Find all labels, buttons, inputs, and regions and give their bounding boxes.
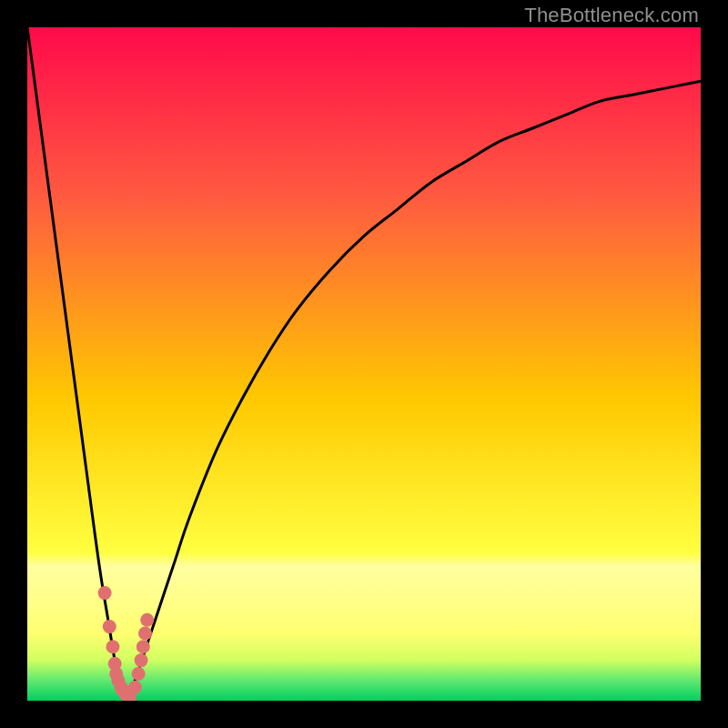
marker-dot xyxy=(138,627,152,641)
marker-dot xyxy=(135,653,148,667)
marker-dot xyxy=(140,613,154,627)
watermark-text: TheBottleneck.com xyxy=(524,4,699,27)
marker-dot xyxy=(98,586,112,600)
marker-dot xyxy=(132,667,146,681)
curve-layer xyxy=(27,27,701,701)
marker-dot xyxy=(128,681,142,694)
marker-dot xyxy=(106,640,119,653)
plot-area xyxy=(27,27,701,701)
bottleneck-curve xyxy=(27,27,701,701)
chart-frame: TheBottleneck.com xyxy=(0,0,728,728)
marker-dot xyxy=(136,640,150,653)
marker-dot xyxy=(103,620,116,633)
